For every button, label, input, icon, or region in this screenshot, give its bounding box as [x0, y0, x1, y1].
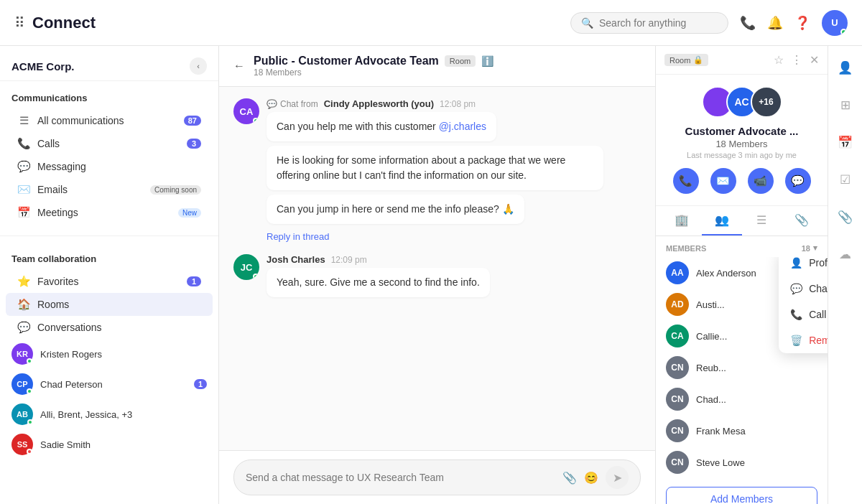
panel-close-icon[interactable]: ✕ [810, 53, 819, 67]
msg-bubble-1: Can you help me with this customer @j.ch… [267, 112, 496, 141]
members-count-badge[interactable]: 18 ▾ [802, 243, 817, 253]
phone-icon[interactable]: 📞 [740, 15, 756, 31]
sidebar-header: ACME Corp. ‹ [0, 46, 218, 81]
search-bar[interactable]: 🔍 [570, 12, 728, 34]
emoji-icon[interactable]: 😊 [584, 471, 598, 485]
panel-star-icon[interactable]: ☆ [774, 53, 784, 67]
member-item-steve[interactable]: CN Steve Lowe [656, 447, 828, 478]
meetings-label: Meetings [37, 207, 171, 218]
panel-action-phone[interactable]: 📞 [673, 168, 699, 194]
sidebar-item-calls[interactable]: 📞 Calls 3 [6, 132, 213, 155]
member-item-frank[interactable]: CN Frank Mesa [656, 415, 828, 447]
member-avatar-frank: CN [666, 419, 689, 442]
conv-avatar-group: AB [11, 403, 33, 425]
member-avatar-austi: AD [666, 293, 689, 316]
nav-person-icon[interactable]: 👤 [833, 55, 858, 80]
panel-more-icon[interactable]: ⋮ [791, 53, 802, 67]
info-icon[interactable]: ℹ️ [481, 55, 493, 67]
calls-badge: 3 [187, 139, 201, 149]
nav-table-icon[interactable]: ⊞ [833, 92, 858, 118]
panel-action-video[interactable]: 📹 [748, 168, 774, 194]
header-left: ⠿ Connect [14, 14, 96, 32]
search-input[interactable] [599, 17, 718, 29]
conv-kristen-rogers[interactable]: KR Kristen Rogers [0, 339, 218, 369]
call-icon: 📞 [790, 309, 802, 320]
bell-icon[interactable]: 🔔 [767, 15, 783, 31]
back-button[interactable]: ← [233, 60, 245, 73]
msg-time-josh: 12:09 pm [331, 255, 367, 265]
conv-sadie-smith[interactable]: SS Sadie Smith [0, 429, 218, 459]
panel-tab-people[interactable]: 👥 [702, 206, 742, 235]
panel-room-tag: Room 🔒 [664, 54, 708, 66]
help-icon[interactable]: ❓ [794, 15, 810, 31]
context-menu: 👤 Profile 💬 Chat 📞 Call 🗑️ Remove from r… [779, 257, 828, 353]
nav-cloud-icon[interactable]: ☁ [833, 241, 858, 267]
chat-label: Chat [809, 283, 828, 294]
attachment-icon[interactable]: 📎 [562, 471, 577, 485]
member-item-reub[interactable]: CN Reub... [656, 352, 828, 383]
sidebar-item-messaging[interactable]: 💬 Messaging [6, 155, 213, 178]
chat-input[interactable] [246, 472, 555, 483]
messages-area: CA 💬 Chat from Cindy Applesworth (you) 1… [219, 87, 655, 450]
panel-avatar-more: +16 [751, 86, 782, 118]
message-group-josh: JC Josh Charles 12:09 pm Yeah, sure. Giv… [233, 254, 641, 302]
sidebar-item-rooms[interactable]: 🏠 Rooms [6, 293, 213, 316]
sidebar-item-favorites[interactable]: ⭐ Favorites 1 [6, 270, 213, 293]
msg-meta-josh: Josh Charles 12:09 pm [267, 254, 641, 265]
nav-checklist-icon[interactable]: ☑ [833, 167, 858, 192]
all-comms-label: All communications [37, 115, 177, 126]
panel-tab-attachment[interactable]: 📎 [782, 206, 822, 235]
collapse-button[interactable]: ‹ [190, 57, 207, 75]
members-list: AA Alex Anderson ⋮ 👤 Profile 💬 Chat 📞 [656, 257, 828, 504]
msg-author-cindy: Cindy Applesworth (you) [324, 98, 434, 109]
conv-alli-brent[interactable]: AB Alli, Brent, Jessica, +3 [0, 399, 218, 429]
msg-content-josh: Josh Charles 12:09 pm Yeah, sure. Give m… [267, 254, 641, 302]
conv-avatar-chad: CP [11, 373, 33, 395]
conv-avatar-kristen: KR [11, 343, 33, 365]
member-item-chad[interactable]: CN Chad... [656, 383, 828, 415]
chat-input-box: 📎 😊 ➤ [233, 459, 641, 495]
company-name: ACME Corp. [11, 60, 75, 73]
nav-calendar-icon[interactable]: 📅 [833, 129, 858, 155]
grid-icon[interactable]: ⠿ [14, 14, 25, 32]
conversations-icon: 💬 [17, 321, 30, 334]
member-item-alex[interactable]: AA Alex Anderson ⋮ 👤 Profile 💬 Chat 📞 [656, 257, 828, 289]
user-avatar[interactable]: U [822, 10, 848, 36]
meetings-icon: 📅 [17, 206, 30, 219]
member-name-steve: Steve Lowe [696, 457, 817, 468]
context-menu-call[interactable]: 📞 Call [779, 302, 828, 327]
context-menu-remove[interactable]: 🗑️ Remove from room [779, 327, 828, 353]
send-button[interactable]: ➤ [606, 466, 629, 489]
communications-title: Communications [0, 93, 218, 109]
favorites-label: Favorites [37, 276, 180, 287]
sidebar-item-all-communications[interactable]: ☰ All communications 87 [6, 109, 213, 132]
reply-in-thread-link[interactable]: Reply in thread [267, 231, 329, 242]
nav-paperclip-icon[interactable]: 📎 [833, 204, 858, 230]
chat-icon: 💬 [790, 283, 802, 294]
profile-label: Profile [809, 257, 828, 269]
conv-chad-peterson[interactable]: CP Chad Peterson 1 [0, 369, 218, 399]
context-menu-profile[interactable]: 👤 Profile [779, 257, 828, 276]
favorites-badge: 1 [187, 276, 201, 286]
add-members-button[interactable]: Add Members [666, 487, 817, 504]
panel-action-email[interactable]: ✉️ [710, 168, 736, 194]
sidebar-item-conversations[interactable]: 💬 Conversations [6, 316, 213, 339]
profile-icon: 👤 [790, 257, 802, 269]
msg-bubble-3: Can you jump in here or send me the info… [267, 195, 524, 224]
panel-actions: 📞 ✉️ 📹 💬 [673, 168, 811, 194]
panel-action-chat[interactable]: 💬 [785, 168, 811, 194]
sidebar-item-emails[interactable]: ✉️ Emails Coming soon [6, 178, 213, 201]
msg-avatar-cindy: CA [233, 98, 259, 124]
right-nav: 👤 ⊞ 📅 ☑ 📎 ☁ [828, 46, 862, 504]
panel-tab-building[interactable]: 🏢 [662, 206, 702, 235]
member-name-reub: Reub... [696, 363, 817, 373]
panel-tab-list[interactable]: ☰ [742, 206, 782, 235]
conv-avatar-sadie: SS [11, 434, 33, 455]
msg-avatar-josh: JC [233, 254, 259, 280]
context-menu-chat[interactable]: 💬 Chat [779, 276, 828, 302]
panel-members-count: 18 Members [715, 139, 767, 149]
sidebar-item-meetings[interactable]: 📅 Meetings New [6, 201, 213, 224]
app-title: Connect [32, 14, 96, 32]
favorites-icon: ⭐ [17, 275, 30, 288]
panel-last-msg: Last message 3 min ago by me [687, 151, 797, 159]
